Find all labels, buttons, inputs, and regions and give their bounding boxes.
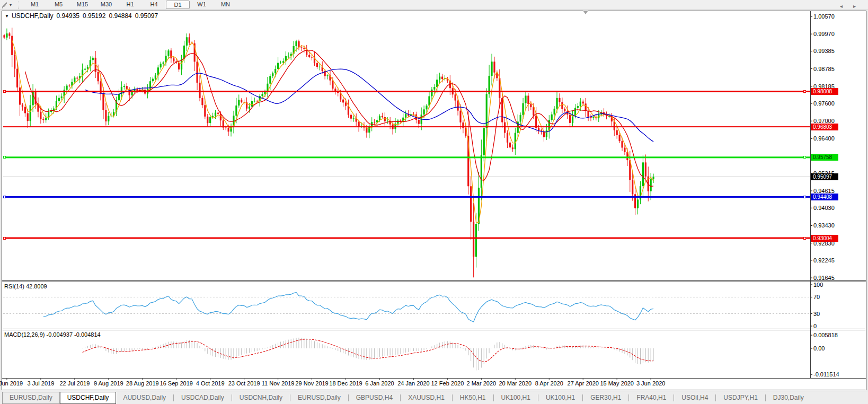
tab-separator xyxy=(493,394,494,401)
chart-tab-ger30-h1[interactable]: GER30,H1 xyxy=(583,392,628,403)
date-axis-label: 16 Sep 2019 xyxy=(160,380,193,387)
tab-scroll-right-icon[interactable]: ▸ xyxy=(853,3,856,9)
timeframe-button-h4[interactable]: H4 xyxy=(142,1,166,9)
timeframe-button-m15[interactable]: M15 xyxy=(70,1,94,9)
current-price-tag: 0.95097 xyxy=(811,173,838,180)
macd-label: MACD(12,26,9) -0.004937 -0.004814 xyxy=(4,331,101,338)
date-axis-label: 4 Oct 2019 xyxy=(196,380,225,387)
date-axis-label: 14 Jun 2019 xyxy=(0,380,23,387)
price-axis-label: 0.94030 xyxy=(813,205,835,211)
chart-tab-usdcnh-daily[interactable]: USDCNH,Daily xyxy=(233,392,289,403)
pencil-cursor-icon xyxy=(1,1,8,8)
chart-tab-usoil-h4[interactable]: USOil,H4 xyxy=(675,392,715,403)
hline-price-tag: 0.94408 xyxy=(811,194,838,200)
macd-axis-label: 0.00 xyxy=(813,345,825,352)
chart-plot-area[interactable] xyxy=(3,12,810,280)
timeframe-button-m5[interactable]: M5 xyxy=(47,1,70,9)
chart-tab-hk50-h1[interactable]: HK50,H1 xyxy=(453,392,493,403)
rsi-axis-label: 0 xyxy=(813,323,817,329)
hline-price-tag: 0.96803 xyxy=(811,124,838,130)
chart-tab-gbpusd-h4[interactable]: GBPUSD,H4 xyxy=(349,392,400,403)
tab-separator xyxy=(232,394,232,401)
price-axis-label: 0.98785 xyxy=(813,66,835,72)
timeframe-button-w1[interactable]: W1 xyxy=(190,1,214,9)
rsi-axis-label: 100 xyxy=(813,282,823,288)
tab-separator xyxy=(674,394,674,401)
hline-price-tag: 0.93004 xyxy=(811,235,838,242)
date-axis-label: 3 Jun 2020 xyxy=(636,380,665,387)
tab-separator xyxy=(538,394,538,401)
date-axis-label: 6 Jan 2020 xyxy=(365,380,394,387)
toolbar-separator xyxy=(18,2,19,8)
timeframe-button-m1[interactable]: M1 xyxy=(23,1,47,9)
date-axis-label: 12 Feb 2020 xyxy=(431,380,464,387)
chart-tab-eurusd-daily[interactable]: EURUSD,Daily xyxy=(291,392,348,403)
rsi-axis-label: 70 xyxy=(813,294,820,300)
date-axis-label: 11 Nov 2019 xyxy=(262,380,295,387)
cursor-tool-button[interactable] xyxy=(0,1,10,9)
tab-separator xyxy=(765,394,766,401)
macd-axis-label: -0.011514 xyxy=(813,371,839,377)
chart-tab-usdchf-daily[interactable]: USDCHF,Daily xyxy=(60,392,117,404)
tab-separator xyxy=(290,394,290,401)
timeframe-button-m30[interactable]: M30 xyxy=(94,1,118,9)
date-axis-label: 18 Dec 2019 xyxy=(329,380,362,387)
tab-separator xyxy=(173,394,174,401)
price-axis-label: 0.92245 xyxy=(813,257,835,264)
tab-separator xyxy=(582,394,583,401)
chart-tab-uk100-h1[interactable]: UK100,H1 xyxy=(494,392,537,403)
timeframe-button-h1[interactable]: H1 xyxy=(118,1,142,9)
chart-tab-dj30-daily[interactable]: DJ30,Daily xyxy=(766,392,811,403)
date-axis-label: 15 May 2020 xyxy=(600,380,634,387)
tab-scroll-left-icon[interactable]: ◂ xyxy=(840,3,843,9)
date-axis-label: 2 Mar 2020 xyxy=(467,380,497,387)
date-axis-label: 22 Jul 2019 xyxy=(59,380,90,387)
macd-axis-label: 0.005818 xyxy=(813,332,838,338)
tab-separator xyxy=(452,394,453,401)
date-axis-label: 27 Apr 2020 xyxy=(568,380,599,387)
tab-separator xyxy=(348,394,349,401)
price-axis-label: 1.00570 xyxy=(813,13,835,20)
chart-tab-bar: EURUSD,DailyUSDCHF,DailyAUDUSD,DailyUSDC… xyxy=(0,391,868,404)
date-axis-label: 3 Jul 2019 xyxy=(27,380,54,387)
hline-price-tag: 0.95758 xyxy=(811,154,838,161)
chart-tab-eurusd-daily[interactable]: EURUSD,Daily xyxy=(2,392,60,404)
date-axis-label: 9 Aug 2019 xyxy=(94,380,123,387)
tab-separator xyxy=(400,394,401,401)
chart-tab-xauusd-h1[interactable]: XAUUSD,H1 xyxy=(401,392,451,403)
timeframe-button-group: M1M5M15M30H1H4D1W1MN xyxy=(23,1,237,9)
price-axis-label: 0.99385 xyxy=(813,48,835,54)
price-axis-label: 0.93430 xyxy=(813,222,835,229)
chart-tab-uk100-h1[interactable]: UK100,H1 xyxy=(539,392,582,403)
date-axis-label: 23 Oct 2019 xyxy=(228,380,260,387)
top-toolbar: ▾ M1M5M15M30H1H4D1W1MN xyxy=(0,0,868,10)
chevron-down-icon[interactable]: ▾ xyxy=(10,3,12,7)
date-axis-label: 29 Nov 2019 xyxy=(295,380,328,387)
price-axis-label: 0.99970 xyxy=(813,31,835,37)
date-axis-label: 8 Apr 2020 xyxy=(535,380,563,387)
rsi-label: RSI(14) 42.8009 xyxy=(4,283,47,289)
timeframe-button-d1[interactable]: D1 xyxy=(166,1,190,9)
chart-tab-usdcad-daily[interactable]: USDCAD,Daily xyxy=(174,392,231,403)
chart-tab-fra40-h1[interactable]: FRA40,H1 xyxy=(630,392,673,403)
price-axis-label: 0.96400 xyxy=(813,135,835,142)
tab-separator xyxy=(628,394,629,401)
chart-tab-usdjpy-h1[interactable]: USDJPY,H1 xyxy=(716,392,764,403)
tab-separator xyxy=(715,394,716,401)
price-axis-label: 0.91645 xyxy=(813,275,835,281)
date-axis-label: 20 Mar 2020 xyxy=(499,380,532,387)
chart-tab-audusd-daily[interactable]: AUDUSD,Daily xyxy=(116,392,173,403)
rsi-axis-label: 30 xyxy=(813,311,820,317)
timeframe-button-mn[interactable]: MN xyxy=(214,1,237,9)
hline-price-tag: 0.98008 xyxy=(811,88,838,95)
date-axis-label: 24 Jan 2020 xyxy=(397,380,430,387)
price-axis-label: 0.97600 xyxy=(813,100,835,107)
date-axis-label: 28 Aug 2019 xyxy=(126,380,159,387)
